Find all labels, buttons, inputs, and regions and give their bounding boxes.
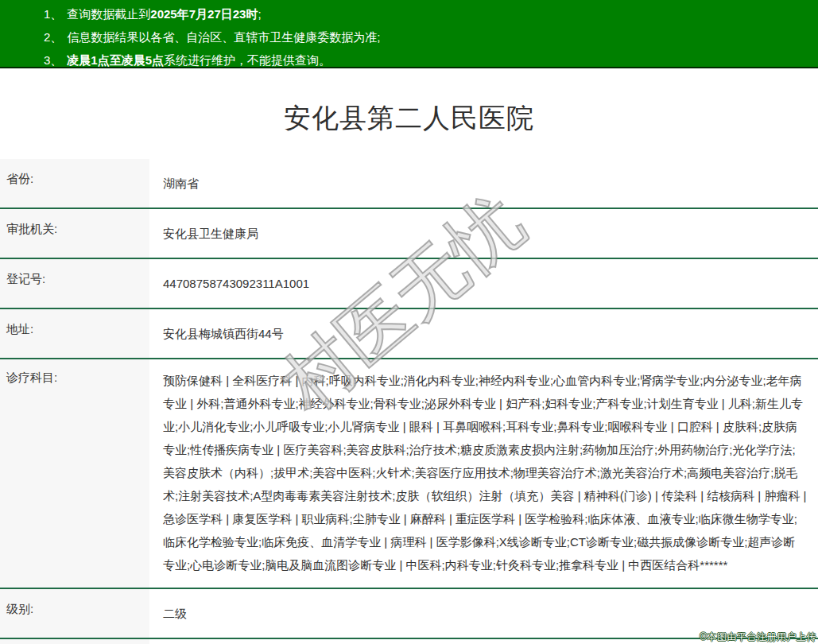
notice-text: 信息数据结果以各省、自治区、直辖市卫生健康委数据为准; (67, 30, 380, 44)
notice-text: 系统进行维护，不能提供查询。 (164, 53, 331, 67)
notice-number: 2、 (44, 25, 62, 48)
notice-line-3: 3、凌晨1点至凌晨5点系统进行维护，不能提供查询。 (44, 48, 810, 68)
notice-number: 3、 (44, 48, 62, 68)
notice-text-bold: 2025年7月27日23时 (150, 7, 258, 21)
row-label: 登记号: (0, 259, 149, 308)
notice-number: 1、 (44, 2, 62, 25)
notice-text-bold: 凌晨1点至凌晨5点 (67, 53, 164, 67)
notice-banner: 1、查询数据截止到2025年7月27日23时; 2、信息数据结果以各省、自治区、… (0, 0, 818, 68)
table-row-medical-subjects: 诊疗科目: 预防保健科 | 全科医疗科 | 内科;呼吸内科专业;消化内科专业;神… (0, 359, 818, 589)
row-value: 预防保健科 | 全科医疗科 | 内科;呼吸内科专业;消化内科专业;神经内科专业;… (149, 359, 818, 588)
row-value: 44708758743092311A1001 (149, 259, 818, 308)
notice-text: 查询数据截止到 (67, 7, 150, 21)
table-row-level: 级别: 二级 (0, 589, 818, 639)
table-row-approval-authority: 审批机关: 安化县卫生健康局 (0, 209, 818, 259)
row-label: 省份: (0, 159, 149, 208)
row-label: 诊疗科目: (0, 359, 149, 588)
notice-line-1: 1、查询数据截止到2025年7月27日23时; (44, 2, 810, 25)
page-title: 安化县第二人民医院 (0, 100, 818, 137)
row-label: 地址: (0, 309, 149, 358)
partial-next-row-label-bg (0, 639, 149, 644)
title-section: 安化县第二人民医院 (0, 68, 818, 159)
row-value: 湖南省 (149, 159, 818, 208)
table-row-province: 省份: 湖南省 (0, 159, 818, 209)
copyright-watermark: ©本图由平台注册用户上传 (700, 630, 816, 644)
notice-line-2: 2、信息数据结果以各省、自治区、直辖市卫生健康委数据为准; (44, 25, 810, 48)
row-label: 审批机关: (0, 209, 149, 258)
row-label: 级别: (0, 589, 149, 638)
row-value: 安化县梅城镇西街44号 (149, 309, 818, 358)
row-value: 安化县卫生健康局 (149, 209, 818, 258)
hospital-info-table: 省份: 湖南省 审批机关: 安化县卫生健康局 登记号: 447087587430… (0, 159, 818, 644)
notice-text: ; (258, 7, 261, 21)
table-row-address: 地址: 安化县梅城镇西街44号 (0, 309, 818, 359)
table-row-registration-number: 登记号: 44708758743092311A1001 (0, 259, 818, 309)
